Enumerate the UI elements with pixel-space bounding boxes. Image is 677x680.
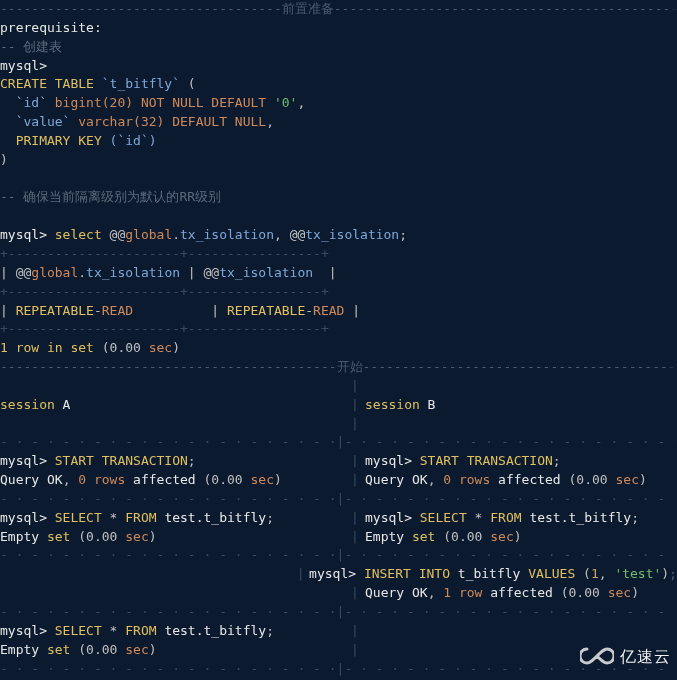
row-b-insert-ok: | Query OK, 1 row affected (0.00 sec) bbox=[0, 584, 677, 603]
row-query-ok: Query OK, 0 rows affected (0.00 sec) | Q… bbox=[0, 471, 677, 490]
col-value: `value` varchar(32) DEFAULT NULL, bbox=[0, 113, 677, 132]
terminal-screenshot: { "header": { "dashes_left": "----------… bbox=[0, 0, 677, 680]
row-start-txn: mysql> START TRANSACTION; | mysql> START… bbox=[0, 452, 677, 471]
comment-rr: -- 确保当前隔离级别为默认的RR级别 bbox=[0, 188, 677, 207]
line-prereq: prerequisite: bbox=[0, 19, 677, 38]
infinity-icon bbox=[580, 645, 614, 667]
section-rule-top: ------------------------------------前置准备… bbox=[0, 0, 677, 19]
section-rule-begin: ----------------------------------------… bbox=[0, 358, 677, 377]
watermark-text: 亿速云 bbox=[620, 645, 671, 668]
mysql-prompt-1: mysql> bbox=[0, 57, 677, 76]
stmt-select-iso: mysql> select @@global.tx_isolation, @@t… bbox=[0, 226, 677, 245]
watermark: 亿速云 bbox=[580, 645, 671, 668]
row-select-2: mysql> SELECT * FROM test.t_bitfly; | bbox=[0, 622, 677, 641]
col-id: `id` bigint(20) NOT NULL DEFAULT '0', bbox=[0, 94, 677, 113]
col-pk: PRIMARY KEY (`id`) bbox=[0, 132, 677, 151]
table-rule-2: +----------------------+----------------… bbox=[0, 283, 677, 302]
stmt-close: ) bbox=[0, 151, 677, 170]
one-row: 1 row in set (0.00 sec) bbox=[0, 339, 677, 358]
row-b-insert: | mysql> INSERT INTO t_bitfly VALUES (1,… bbox=[0, 565, 677, 584]
table-rule: +----------------------+----------------… bbox=[0, 245, 677, 264]
row-empty-1: Empty set (0.00 sec) | Empty set (0.00 s… bbox=[0, 528, 677, 547]
stmt-create: CREATE TABLE `t_bitfly` ( bbox=[0, 75, 677, 94]
table-rule-3: +----------------------+----------------… bbox=[0, 320, 677, 339]
row-empty-2: Empty set (0.00 sec) | bbox=[0, 641, 677, 660]
table-header: | @@global.tx_isolation | @@tx_isolation… bbox=[0, 264, 677, 283]
table-row: | REPEATABLE-READ | REPEATABLE-READ | bbox=[0, 302, 677, 321]
comment-create: -- 创建表 bbox=[0, 38, 677, 57]
session-headers: session A | session B bbox=[0, 396, 677, 415]
row-select-1: mysql> SELECT * FROM test.t_bitfly; | my… bbox=[0, 509, 677, 528]
